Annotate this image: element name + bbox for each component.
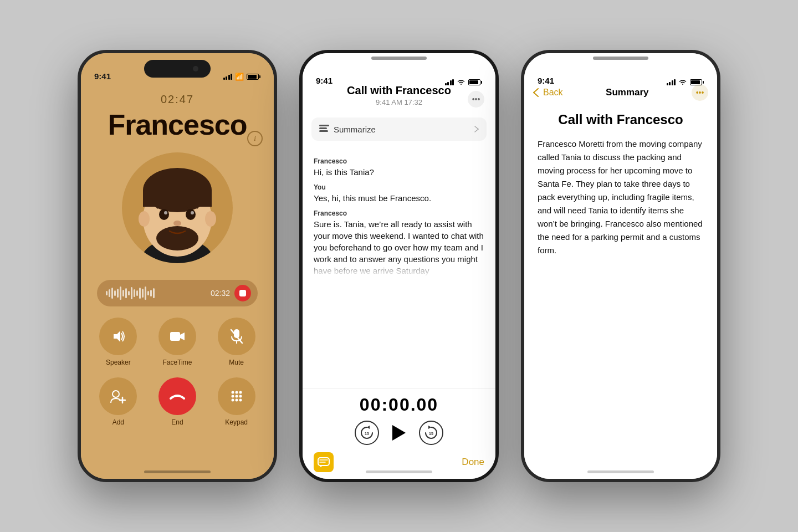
keypad-icon (230, 390, 243, 403)
facetime-button[interactable]: FaceTime (154, 318, 202, 366)
svg-point-8 (186, 209, 196, 220)
notch-bar-3 (593, 57, 648, 60)
summary-nav-title: Summary (606, 87, 648, 98)
end-label: End (171, 418, 183, 426)
mute-button[interactable]: Mute (212, 318, 260, 366)
svg-point-9 (164, 211, 167, 214)
svg-rect-36 (318, 458, 329, 466)
phone-3-summary: 9:41 B (521, 50, 720, 482)
svg-point-28 (231, 399, 234, 402)
transcript-subtitle: 9:41 AM 17:32 (314, 98, 484, 106)
svg-rect-14 (170, 332, 180, 341)
summarize-button[interactable]: Summarize (311, 117, 487, 141)
transcript-item-2: Francesco Sure is. Tania, we’re all read… (314, 209, 484, 277)
chevron-left-icon (533, 88, 539, 97)
status-icons-1: 📶 (223, 73, 261, 81)
add-label: Add (112, 418, 124, 426)
summary-content: Call with Francesco Francesco Moretti fr… (524, 106, 717, 479)
svg-point-30 (239, 399, 242, 402)
summary-body-text: Francesco Moretti from the moving compan… (538, 137, 704, 257)
svg-rect-31 (319, 125, 329, 126)
playback-controls: 15 15 (355, 421, 443, 445)
status-icons-3 (667, 79, 704, 85)
back-label: Back (543, 88, 563, 98)
done-button[interactable]: Done (462, 457, 484, 468)
battery-icon-2 (468, 79, 482, 85)
phone-1-active-call: 9:41 📶 i 02:47 Francesco (78, 50, 277, 482)
wifi-icon-2 (457, 79, 466, 85)
status-time-3: 9:41 (538, 76, 554, 85)
mute-icon (230, 329, 243, 344)
transcript-text-1: Yes, hi, this must be Francesco. (314, 192, 484, 204)
svg-marker-13 (114, 331, 120, 342)
battery-icon-3 (690, 79, 704, 85)
keypad-button[interactable]: Keypad (212, 377, 260, 426)
end-call-icon (169, 392, 186, 401)
svg-point-24 (239, 391, 242, 394)
summarize-icon (319, 125, 329, 134)
svg-point-27 (239, 395, 242, 398)
more-options-button[interactable]: ••• (468, 91, 484, 108)
transcript-text-0: Hi, is this Tania? (314, 166, 484, 178)
svg-rect-4 (143, 190, 212, 207)
recording-time: 02:32 (211, 289, 230, 298)
home-indicator-2 (366, 470, 432, 473)
battery-icon-1 (247, 74, 260, 80)
skip-back-button[interactable]: 15 (355, 421, 379, 445)
summarize-label: Summarize (334, 125, 376, 134)
back-button[interactable]: Back (533, 88, 563, 98)
svg-point-25 (231, 395, 234, 398)
playback-time: 00:00.00 (360, 395, 438, 415)
status-bar-2: 9:41 (303, 58, 495, 89)
status-icons-2 (445, 79, 483, 85)
speaker-2: Francesco (314, 209, 484, 217)
svg-marker-15 (180, 332, 185, 340)
info-button[interactable]: i (247, 131, 263, 146)
transcript-mode-icon[interactable] (314, 452, 334, 472)
speaker-button[interactable]: Speaker (94, 318, 142, 366)
end-call-button[interactable]: End (154, 377, 202, 426)
svg-point-10 (191, 211, 194, 214)
call-timer: 02:47 (161, 93, 194, 106)
svg-point-29 (235, 399, 238, 402)
status-time-2: 9:41 (316, 76, 332, 85)
add-button[interactable]: Add (94, 377, 142, 426)
call-buttons-grid: Speaker FaceTime (94, 318, 260, 426)
summarize-left: Summarize (319, 125, 376, 134)
speaker-label: Speaker (106, 359, 131, 366)
svg-text:15: 15 (429, 432, 433, 436)
phone3-main: Back Summary ••• Call with Francesco Fra… (524, 53, 717, 479)
svg-point-19 (112, 391, 119, 397)
svg-point-7 (159, 209, 169, 220)
recording-bar: 02:32 (97, 280, 258, 306)
phone2-main: Call with Francesco 9:41 AM 17:32 ••• Su… (303, 53, 495, 479)
svg-point-12 (156, 226, 198, 250)
notch-bar-2 (371, 57, 427, 60)
memoji-svg (122, 152, 233, 263)
wifi-icon-1: 📶 (235, 73, 244, 81)
caller-name: Francesco (108, 108, 247, 141)
phone-2-transcript: 9:41 Call with Francesco 9:41 AM 17:3 (299, 50, 499, 482)
status-time-1: 9:41 (94, 71, 111, 81)
svg-rect-32 (319, 127, 327, 129)
transcript-item-0: Francesco Hi, is this Tania? (314, 157, 484, 178)
status-bar-3: 9:41 (524, 58, 717, 89)
svg-point-22 (231, 391, 234, 394)
facetime-label: FaceTime (163, 359, 192, 366)
signal-bars-1 (223, 74, 233, 80)
summary-title: Call with Francesco (538, 112, 704, 127)
transcript-text-2: Sure is. Tania, we’re all ready to assis… (314, 218, 484, 277)
svg-point-5 (139, 211, 150, 227)
speaker-0: Francesco (314, 157, 484, 165)
svg-text:15: 15 (365, 432, 369, 436)
recording-stop-button[interactable] (234, 285, 251, 301)
dynamic-island-1 (144, 60, 211, 78)
play-button[interactable] (392, 425, 406, 441)
skip-forward-button[interactable]: 15 (419, 421, 443, 445)
transcript-item-1: You Yes, hi, this must be Francesco. (314, 183, 484, 204)
phone2-bottom-bar: Done (303, 448, 495, 479)
chevron-right-icon (474, 126, 479, 132)
svg-point-23 (235, 391, 238, 394)
waveform (106, 287, 206, 300)
svg-rect-33 (319, 130, 328, 132)
